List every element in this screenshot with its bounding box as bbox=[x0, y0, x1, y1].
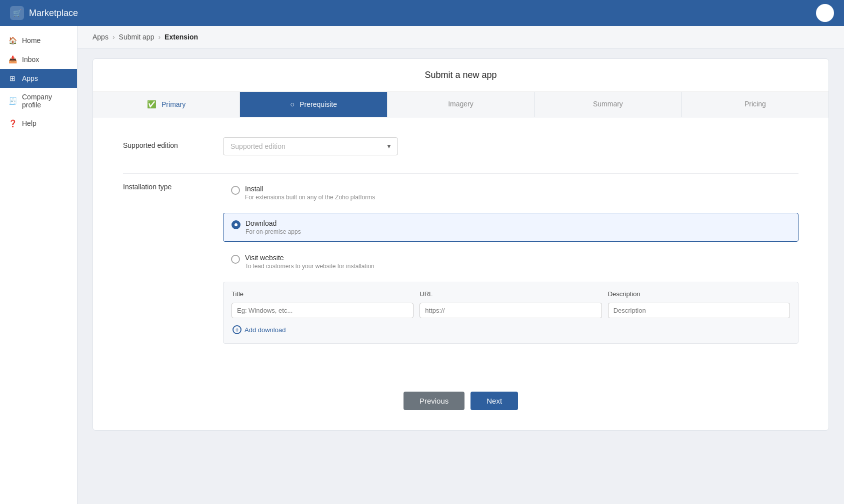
col-description: Description bbox=[608, 290, 790, 298]
sidebar: 🏠 Home 📥 Inbox ⊞ Apps 🧾 Company profile … bbox=[0, 26, 78, 504]
radio-download[interactable]: Download For on-premise apps bbox=[223, 213, 798, 242]
breadcrumb-sep2: › bbox=[158, 33, 160, 41]
prerequisite-circle-icon: ○ bbox=[290, 100, 294, 108]
avatar[interactable] bbox=[816, 4, 834, 22]
sidebar-label-inbox: Inbox bbox=[22, 55, 39, 63]
radio-visit-website[interactable]: Visit website To lead customers to your … bbox=[223, 248, 798, 276]
tab-prerequisite-label: Prerequisite bbox=[300, 100, 337, 108]
breadcrumb-submit-app[interactable]: Submit app bbox=[119, 33, 154, 41]
radio-install-circle bbox=[231, 186, 240, 195]
tab-pricing[interactable]: Pricing bbox=[682, 92, 828, 117]
primary-check-icon: ✅ bbox=[147, 100, 156, 108]
sidebar-label-apps: Apps bbox=[22, 74, 38, 82]
section-divider-1 bbox=[123, 173, 798, 174]
radio-visit-circle bbox=[231, 255, 240, 264]
radio-install-text: Install For extensions built on any of t… bbox=[245, 185, 375, 201]
radio-install-desc: For extensions built on any of the Zoho … bbox=[245, 194, 375, 201]
add-download-label: Add download bbox=[244, 326, 286, 334]
url-input[interactable] bbox=[420, 303, 602, 318]
next-button[interactable]: Next bbox=[470, 392, 518, 410]
sidebar-item-apps[interactable]: ⊞ Apps bbox=[0, 69, 77, 88]
radio-install-label: Install bbox=[245, 185, 375, 193]
help-icon: ❓ bbox=[8, 119, 17, 128]
tab-primary-label: Primary bbox=[162, 100, 186, 108]
brand-label: Marketplace bbox=[29, 8, 78, 18]
radio-visit-text: Visit website To lead customers to your … bbox=[245, 254, 374, 270]
tab-primary[interactable]: ✅ Primary bbox=[93, 92, 240, 117]
supported-edition-select-wrapper: Supported edition ▼ bbox=[223, 137, 398, 155]
sidebar-item-company-profile[interactable]: 🧾 Company profile bbox=[0, 88, 77, 114]
installation-type-label: Installation type bbox=[123, 179, 223, 191]
breadcrumb-sep1: › bbox=[112, 33, 115, 41]
apps-icon: ⊞ bbox=[8, 74, 17, 83]
description-input[interactable] bbox=[608, 303, 790, 318]
supported-edition-select[interactable]: Supported edition bbox=[223, 137, 398, 155]
installation-type-content: Install For extensions built on any of t… bbox=[223, 179, 798, 344]
sidebar-item-inbox[interactable]: 📥 Inbox bbox=[0, 50, 77, 69]
tab-imagery-label: Imagery bbox=[448, 100, 474, 108]
radio-visit-label: Visit website bbox=[245, 254, 374, 262]
col-url: URL bbox=[420, 290, 602, 298]
sidebar-label-company: Company profile bbox=[22, 93, 69, 109]
previous-button[interactable]: Previous bbox=[404, 392, 464, 410]
tab-imagery[interactable]: Imagery bbox=[388, 92, 534, 117]
tab-pricing-label: Pricing bbox=[744, 100, 766, 108]
sidebar-label-home: Home bbox=[22, 36, 40, 44]
supported-edition-content: Supported edition ▼ bbox=[223, 137, 798, 155]
radio-download-label: Download bbox=[246, 219, 301, 227]
form-card: Submit a new app ✅ Primary ○ Prerequisit… bbox=[92, 58, 829, 431]
radio-install[interactable]: Install For extensions built on any of t… bbox=[223, 179, 798, 207]
installation-type-section: Installation type Install For extensions… bbox=[123, 179, 798, 344]
brand-icon: 🛒 bbox=[10, 6, 24, 20]
tab-summary-label: Summary bbox=[593, 100, 623, 108]
step-tabs: ✅ Primary ○ Prerequisite Imagery Summary… bbox=[93, 92, 828, 117]
main-content: Apps › Submit app › Extension Submit a n… bbox=[78, 26, 844, 504]
radio-visit-desc: To lead customers to your website for in… bbox=[245, 263, 374, 270]
supported-edition-label: Supported edition bbox=[123, 137, 223, 149]
radio-download-desc: For on-premise apps bbox=[246, 228, 301, 235]
top-header: 🛒 Marketplace bbox=[0, 0, 844, 26]
sidebar-item-home[interactable]: 🏠 Home bbox=[0, 31, 77, 50]
breadcrumb-current: Extension bbox=[164, 33, 198, 41]
add-circle-icon: + bbox=[232, 325, 242, 334]
nav-buttons: Previous Next bbox=[93, 382, 828, 430]
layout: 🏠 Home 📥 Inbox ⊞ Apps 🧾 Company profile … bbox=[0, 26, 844, 504]
company-icon: 🧾 bbox=[8, 96, 17, 105]
radio-download-circle bbox=[232, 220, 240, 229]
home-icon: 🏠 bbox=[8, 36, 17, 45]
sidebar-label-help: Help bbox=[22, 119, 36, 127]
brand: 🛒 Marketplace bbox=[10, 6, 78, 20]
tab-summary[interactable]: Summary bbox=[534, 92, 682, 117]
download-table-row bbox=[232, 303, 790, 318]
download-table-header: Title URL Description bbox=[232, 290, 790, 298]
breadcrumb-apps[interactable]: Apps bbox=[92, 33, 108, 41]
add-download-button[interactable]: + Add download bbox=[232, 324, 286, 335]
form-body: Supported edition Supported edition ▼ In… bbox=[93, 117, 828, 382]
title-input[interactable] bbox=[232, 303, 414, 318]
sidebar-item-help[interactable]: ❓ Help bbox=[0, 114, 77, 133]
supported-edition-section: Supported edition Supported edition ▼ bbox=[123, 137, 798, 155]
inbox-icon: 📥 bbox=[8, 55, 17, 64]
tab-prerequisite[interactable]: ○ Prerequisite bbox=[240, 92, 387, 117]
col-title: Title bbox=[232, 290, 414, 298]
form-title: Submit a new app bbox=[93, 59, 828, 92]
radio-download-text: Download For on-premise apps bbox=[246, 219, 301, 235]
download-table: Title URL Description + A bbox=[223, 282, 798, 344]
breadcrumb: Apps › Submit app › Extension bbox=[78, 26, 844, 48]
